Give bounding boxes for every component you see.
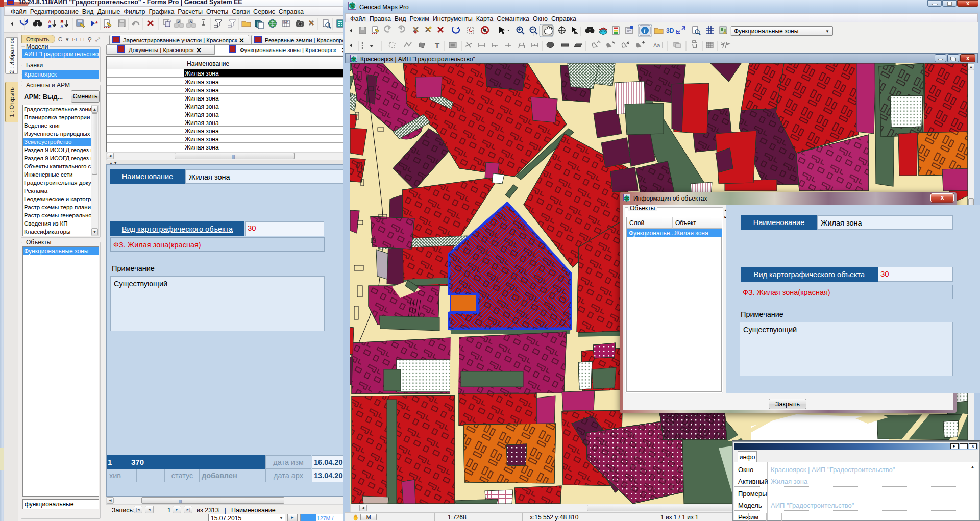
svg-text:Я: Я [48,24,51,29]
svg-text:xyz: xyz [283,20,288,23]
svg-text:Aa: Aa [653,42,660,48]
svg-text:3D: 3D [666,27,674,34]
svg-text:*: * [95,20,98,28]
svg-text:T: T [435,41,439,50]
svg-text:А: А [60,24,64,29]
